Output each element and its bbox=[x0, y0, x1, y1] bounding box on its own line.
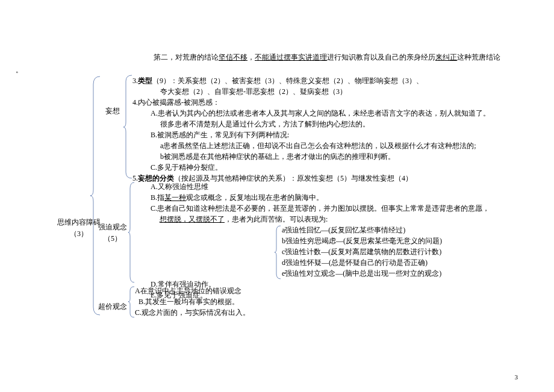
wangxiang-block: 3.类型（9）：关系妄想（2）、被害妄想（3）、特殊意义妄想（2）、物理影响妄想… bbox=[132, 75, 490, 184]
wangxiang-line4b1: a患者虽然坚信上述想法正确，但却说不出自己怎么会有这种想法的，以及根据什么才有这… bbox=[132, 140, 490, 151]
wangxiang-line4: 4.内心被揭露感-被洞悉感： bbox=[132, 97, 490, 108]
qiangpo-lineC2: 想摆脱，又摆脱不了，患者为此而苦恼。可以表现为: bbox=[132, 214, 490, 225]
top-continuation-text: 第二，对荒唐的结论坚信不移，不能通过摆事实讲道理进行知识教育以及自己的亲身经历来… bbox=[154, 52, 500, 63]
main-bracket bbox=[90, 75, 101, 316]
sub-label-wangxiang: 妄想 bbox=[105, 105, 120, 117]
wangxiang-line4a2: 很多患者不清楚别人是通过什么方式，方法了解到他内心想法的。 bbox=[132, 119, 490, 129]
wangxiang-line4a: A.患者认为其内心的想法或者患者本人及其与家人之间的隐私，未经患者语言文字的表达… bbox=[132, 108, 490, 119]
qiangpo-sub-c: c强迫性计数—(反复对高层建筑物的层数进行计数) bbox=[132, 246, 490, 257]
chaoji-block: A在意识中占主导地位的错误观念 B.其发生一般均有事实的根据。 C.观念片面的，… bbox=[132, 285, 250, 318]
stray-period: 。 bbox=[16, 65, 22, 76]
wangxiang-line4c: C.多见于精神分裂症。 bbox=[132, 162, 490, 173]
qiangpo-lineC: C.患者自己知道这种想法是不必要的，甚至是荒谬的，并力图加以摆脱。但事实上常常是… bbox=[132, 203, 490, 214]
wangxiang-line4b: B.被洞悉感的产生，常见到有下列两种情况: bbox=[132, 129, 490, 140]
qiangpo-sub-b: b强迫性穷思竭虑—(反复思索某些毫无意义的问题) bbox=[132, 235, 490, 246]
qiangpo-sub-e: e强迫性对立观念—(脑中总是出现一些对立的观念) bbox=[132, 268, 490, 279]
sub-label-chaoji: 超价观念 bbox=[98, 301, 127, 313]
wangxiang-line4b2: b被洞悉感是在其他精神症状的基础上，患者才做出的病态的推理和判断。 bbox=[132, 151, 490, 162]
document-content: 第二，对荒唐的结论坚信不移，不能通过摆事实讲道理进行知识教育以及自己的亲身经历来… bbox=[12, 12, 542, 367]
qiangpo-lineA: A.又称强迫性思维 bbox=[132, 181, 490, 192]
wangxiang-types-cont: 夸大妄想（2）、自罪妄想-罪恶妄想（2）、疑病妄想（3） bbox=[132, 86, 490, 97]
page-number: 3 bbox=[515, 372, 518, 383]
chaoji-lineC: C.观念片面的，与实际情况有出入。 bbox=[132, 307, 250, 318]
sub1-bracket bbox=[123, 74, 133, 179]
wangxiang-types: 3.类型（9）：关系妄想（2）、被害妄想（3）、特殊意义妄想（2）、物理影响妄想… bbox=[132, 75, 490, 86]
qiangpo-sub-a: a强迫性回忆—(反复回忆某些事情经过) bbox=[132, 225, 490, 235]
qiangpo-block: A.又称强迫性思维 B.指某一种观念或概念，反复地出现在患者的脑海中。 C.患者… bbox=[132, 181, 490, 300]
main-category-label: 思维内容障碍 （3） bbox=[57, 217, 101, 240]
chaoji-lineA: A在意识中占主导地位的错误观念 bbox=[132, 285, 250, 296]
sub-label-qiangpo: 强迫观念 （5） bbox=[98, 222, 127, 244]
chaoji-lineB: B.其发生一般均有事实的根据。 bbox=[132, 296, 250, 307]
qiangpo-lineB: B.指某一种观念或概念，反复地出现在患者的脑海中。 bbox=[132, 192, 490, 203]
qiangpo-sub-d: d强迫性怀疑—(总是怀疑自己的行动是否正确) bbox=[132, 257, 490, 268]
